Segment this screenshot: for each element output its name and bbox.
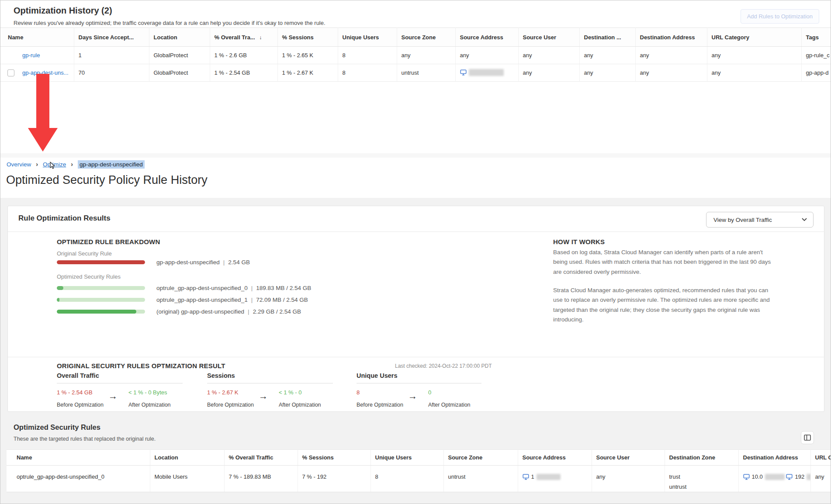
optimized-rule-breakdown-heading: OPTIMIZED RULE BREAKDOWN [57,238,160,245]
stat-title: Overall Traffic [57,372,183,383]
original-rule-bar-row: gp-app-dest-unspecified|2.54 GB [57,258,250,266]
cell-sessions: 1 % - 2.65 K [277,47,338,64]
optimized-rule-row: optrule_gp-app-dest-unspecified_0 Mobile… [7,466,831,492]
history-table-header-row: Name Days Since Accept... Location % Ove… [0,28,831,47]
column-header-source-user[interactable]: Source User [518,28,579,47]
view-by-dropdown-value: View by Overall Traffic [713,217,772,223]
column-header-destination-zone[interactable]: Destination Zone [665,450,738,466]
optimized-rule-bar-row: (original) gp-app-dest-unspecified|2.29 … [57,307,301,315]
card-divider [8,231,824,232]
sort-descending-icon[interactable]: ↓ [259,35,262,41]
address-object-icon [786,474,793,480]
optimized-security-rules-title: Optimized Security Rules [14,423,100,432]
before-value: 1 % - 2.67 K [207,389,259,396]
breadcrumb-current-rule: gp-app-dest-unspecified [78,160,145,169]
source-address-prefix: 1 [531,472,534,482]
history-table-row-gp-rule: gp-rule 1 GlobalProtect 1 % - 2.6 GB 1 %… [0,47,831,64]
column-header-sessions[interactable]: % Sessions [298,450,370,466]
destination-zone-2: untrust [669,482,736,492]
cell-destination-address: any [635,47,707,64]
cell-source-zone: untrust [443,466,518,492]
column-header-destination-address[interactable]: Destination Address [738,450,810,466]
optimization-history-table: Name Days Since Accept... Location % Ove… [0,28,831,82]
before-label: Before Optmization [57,402,108,408]
cell-sessions: 1 % - 2.67 K [277,64,338,82]
optimized-rule-bar-row: optrule_gp-app-dest-unspecified_0|189.83… [57,284,311,292]
optimized-rules-header-row: Name Location % Overall Traffic % Sessio… [7,450,831,466]
row-select-checkbox[interactable] [7,69,14,76]
optimization-result-stats: Overall Traffic 1 % - 2.54 GB Before Opt… [8,372,824,407]
optimized-rule-bar-row: optrule_gp-app-dest-unspecified_1|72.09 … [57,296,308,304]
breadcrumb-separator-icon: › [71,161,73,168]
add-rules-to-optimization-button[interactable]: Add Rules to Optimization [741,9,819,24]
cell-location: GlobalProtect [149,64,210,82]
column-header-sessions[interactable]: % Sessions [277,28,338,47]
redacted-destination-address [807,474,810,480]
after-value: < 1 % - 0 Bytes [128,389,171,396]
view-by-dropdown[interactable]: View by Overall Traffic [706,212,814,228]
column-header-url-category[interactable]: URL Category [810,450,831,466]
address-object-icon [523,474,529,480]
rule-link-gp-rule[interactable]: gp-rule [22,52,40,59]
column-header-destination[interactable]: Destination ... [579,28,635,47]
redacted-destination-address [765,474,785,480]
cell-tags: gp-app-d [801,64,831,82]
breadcrumb: Overview › Optimize › gp-app-dest-unspec… [7,159,145,169]
column-header-source-zone[interactable]: Source Zone [443,450,518,466]
annotation-arrow-shaft [36,74,49,129]
section-divider-strip [0,153,831,158]
column-header-destination-address[interactable]: Destination Address [635,28,707,47]
cell-source-address [455,64,518,82]
redacted-source-address [537,474,561,480]
column-header-source-zone[interactable]: Source Zone [397,28,455,47]
strata-cloud-manager-screen: Optimization History (2) Review rules yo… [0,0,831,504]
column-header-name[interactable]: Name [0,28,74,47]
stat-overall-traffic: Overall Traffic 1 % - 2.54 GB Before Opt… [57,372,183,408]
how-it-works-heading: HOW IT WORKS [553,238,605,245]
column-settings-button[interactable] [801,431,814,444]
cell-unique-users: 8 [338,64,397,82]
cell-location: Mobile Users [150,466,224,492]
last-checked-timestamp: Last checked: 2024-Oct-22 17:00:00 PDT [395,363,492,369]
column-header-days-since-accepted[interactable]: Days Since Accept... [74,28,149,47]
card-title: Rule Optimization Results [18,214,111,223]
column-header-source-address[interactable]: Source Address [455,28,518,47]
column-header-unique-users[interactable]: Unique Users [338,28,397,47]
annotation-arrow-icon [28,128,58,152]
column-header-source-user[interactable]: Source User [592,450,665,466]
before-label: Before Optmization [357,402,408,408]
stat-unique-users: Unique Users 8 Before Optmization → 0 Af… [357,372,481,408]
cell-sessions: 7 % - 192 [298,466,370,492]
optimized-rule-bar-label: optrule_gp-app-dest-unspecified_1|72.09 … [156,297,308,303]
page-title: Optimized Security Policy Rule History [6,173,208,187]
cell-url-category: any [707,64,801,82]
cell-tags: gp-rule_c [801,47,831,64]
right-arrow-icon: → [259,391,279,408]
column-header-location[interactable]: Location [149,28,210,47]
before-value: 1 % - 2.54 GB [57,389,108,396]
optimized-rule-bar-label: (original) gp-app-dest-unspecified|2.29 … [156,308,301,315]
after-label: After Optmization [428,402,471,408]
stat-sessions: Sessions 1 % - 2.67 K Before Optmization… [207,372,333,408]
optimization-result-heading: ORIGINAL SECURITY RULES OPTMIZATION RESU… [57,362,225,369]
cell-source-user: any [518,64,579,82]
column-header-url-category[interactable]: URL Category [707,28,801,47]
column-header-unique-users[interactable]: Unique Users [370,450,443,466]
column-header-name[interactable]: Name [7,450,150,466]
column-header-source-address[interactable]: Source Address [518,450,592,466]
cell-destination-address: 10.0 192 [738,466,810,492]
after-label: After Optmization [279,402,321,408]
column-header-location[interactable]: Location [150,450,224,466]
column-header-overall-traffic[interactable]: % Overall Traffic [224,450,298,466]
address-object-icon [743,474,750,480]
column-header-tags[interactable]: Tags [801,28,831,47]
cell-unique-users: 8 [338,47,397,64]
cell-destination-zone: trust untrust [665,466,738,492]
destination-zone-1: trust [669,472,736,482]
column-header-overall-traffic[interactable]: % Overall Tra... ↓ [210,28,277,47]
optimized-rule-bar [57,298,145,302]
cell-overall-traffic: 7 % - 189.83 MB [224,466,298,492]
breadcrumb-overview-link[interactable]: Overview [7,161,31,168]
cell-days: 70 [74,64,149,82]
cell-source-address: any [455,47,518,64]
